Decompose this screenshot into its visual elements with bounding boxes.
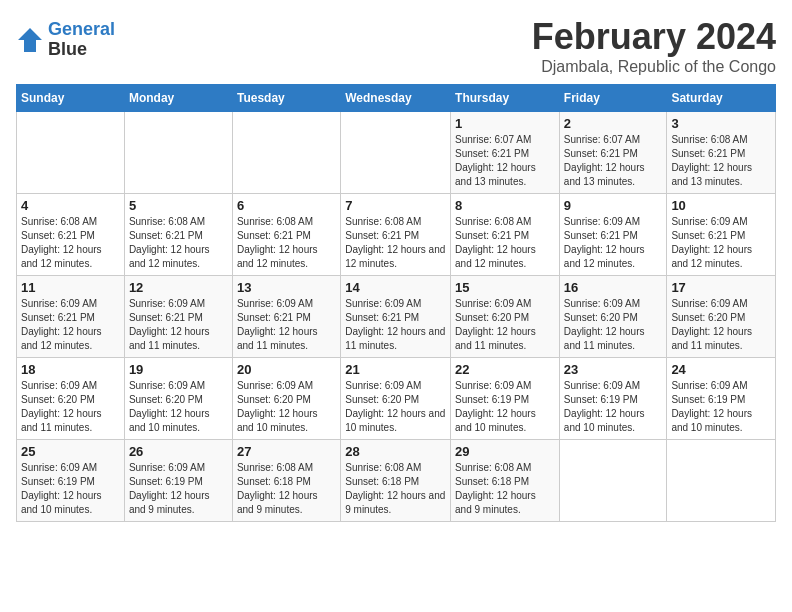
page-header: GeneralBlue February 2024 Djambala, Repu… bbox=[16, 16, 776, 76]
day-number: 27 bbox=[237, 444, 336, 459]
calendar-cell bbox=[17, 112, 125, 194]
day-info: Sunrise: 6:09 AM Sunset: 6:21 PM Dayligh… bbox=[671, 215, 771, 271]
day-number: 13 bbox=[237, 280, 336, 295]
logo: GeneralBlue bbox=[16, 20, 115, 60]
day-info: Sunrise: 6:08 AM Sunset: 6:21 PM Dayligh… bbox=[345, 215, 446, 271]
day-info: Sunrise: 6:09 AM Sunset: 6:19 PM Dayligh… bbox=[455, 379, 555, 435]
calendar-cell: 29Sunrise: 6:08 AM Sunset: 6:18 PM Dayli… bbox=[451, 440, 560, 522]
calendar-table: SundayMondayTuesdayWednesdayThursdayFrid… bbox=[16, 84, 776, 522]
day-number: 12 bbox=[129, 280, 228, 295]
day-number: 16 bbox=[564, 280, 663, 295]
day-number: 9 bbox=[564, 198, 663, 213]
calendar-cell: 16Sunrise: 6:09 AM Sunset: 6:20 PM Dayli… bbox=[559, 276, 667, 358]
day-info: Sunrise: 6:09 AM Sunset: 6:20 PM Dayligh… bbox=[21, 379, 120, 435]
day-number: 17 bbox=[671, 280, 771, 295]
day-info: Sunrise: 6:08 AM Sunset: 6:21 PM Dayligh… bbox=[455, 215, 555, 271]
day-info: Sunrise: 6:09 AM Sunset: 6:20 PM Dayligh… bbox=[237, 379, 336, 435]
day-number: 14 bbox=[345, 280, 446, 295]
weekday-header-tuesday: Tuesday bbox=[232, 85, 340, 112]
calendar-cell: 27Sunrise: 6:08 AM Sunset: 6:18 PM Dayli… bbox=[232, 440, 340, 522]
main-title: February 2024 bbox=[532, 16, 776, 58]
day-number: 8 bbox=[455, 198, 555, 213]
day-info: Sunrise: 6:09 AM Sunset: 6:19 PM Dayligh… bbox=[21, 461, 120, 517]
day-info: Sunrise: 6:08 AM Sunset: 6:21 PM Dayligh… bbox=[671, 133, 771, 189]
weekday-header-wednesday: Wednesday bbox=[341, 85, 451, 112]
day-number: 25 bbox=[21, 444, 120, 459]
day-info: Sunrise: 6:07 AM Sunset: 6:21 PM Dayligh… bbox=[455, 133, 555, 189]
day-info: Sunrise: 6:08 AM Sunset: 6:18 PM Dayligh… bbox=[237, 461, 336, 517]
calendar-cell: 15Sunrise: 6:09 AM Sunset: 6:20 PM Dayli… bbox=[451, 276, 560, 358]
day-info: Sunrise: 6:09 AM Sunset: 6:20 PM Dayligh… bbox=[345, 379, 446, 435]
day-number: 10 bbox=[671, 198, 771, 213]
calendar-cell bbox=[559, 440, 667, 522]
svg-marker-0 bbox=[18, 28, 42, 52]
day-info: Sunrise: 6:08 AM Sunset: 6:18 PM Dayligh… bbox=[345, 461, 446, 517]
calendar-cell: 19Sunrise: 6:09 AM Sunset: 6:20 PM Dayli… bbox=[124, 358, 232, 440]
day-info: Sunrise: 6:09 AM Sunset: 6:21 PM Dayligh… bbox=[21, 297, 120, 353]
calendar-cell: 4Sunrise: 6:08 AM Sunset: 6:21 PM Daylig… bbox=[17, 194, 125, 276]
calendar-cell: 17Sunrise: 6:09 AM Sunset: 6:20 PM Dayli… bbox=[667, 276, 776, 358]
day-number: 20 bbox=[237, 362, 336, 377]
day-number: 18 bbox=[21, 362, 120, 377]
calendar-cell: 22Sunrise: 6:09 AM Sunset: 6:19 PM Dayli… bbox=[451, 358, 560, 440]
day-number: 4 bbox=[21, 198, 120, 213]
calendar-cell bbox=[667, 440, 776, 522]
day-number: 28 bbox=[345, 444, 446, 459]
day-number: 23 bbox=[564, 362, 663, 377]
weekday-header-sunday: Sunday bbox=[17, 85, 125, 112]
day-number: 19 bbox=[129, 362, 228, 377]
calendar-cell: 8Sunrise: 6:08 AM Sunset: 6:21 PM Daylig… bbox=[451, 194, 560, 276]
day-info: Sunrise: 6:09 AM Sunset: 6:19 PM Dayligh… bbox=[129, 461, 228, 517]
weekday-header-thursday: Thursday bbox=[451, 85, 560, 112]
logo-icon bbox=[16, 26, 44, 54]
day-number: 5 bbox=[129, 198, 228, 213]
day-number: 22 bbox=[455, 362, 555, 377]
calendar-cell: 11Sunrise: 6:09 AM Sunset: 6:21 PM Dayli… bbox=[17, 276, 125, 358]
weekday-header-friday: Friday bbox=[559, 85, 667, 112]
calendar-cell: 12Sunrise: 6:09 AM Sunset: 6:21 PM Dayli… bbox=[124, 276, 232, 358]
day-info: Sunrise: 6:09 AM Sunset: 6:20 PM Dayligh… bbox=[129, 379, 228, 435]
calendar-cell bbox=[232, 112, 340, 194]
calendar-cell: 18Sunrise: 6:09 AM Sunset: 6:20 PM Dayli… bbox=[17, 358, 125, 440]
day-info: Sunrise: 6:09 AM Sunset: 6:19 PM Dayligh… bbox=[564, 379, 663, 435]
day-info: Sunrise: 6:08 AM Sunset: 6:18 PM Dayligh… bbox=[455, 461, 555, 517]
day-info: Sunrise: 6:09 AM Sunset: 6:21 PM Dayligh… bbox=[345, 297, 446, 353]
calendar-cell: 2Sunrise: 6:07 AM Sunset: 6:21 PM Daylig… bbox=[559, 112, 667, 194]
calendar-cell: 3Sunrise: 6:08 AM Sunset: 6:21 PM Daylig… bbox=[667, 112, 776, 194]
calendar-cell: 10Sunrise: 6:09 AM Sunset: 6:21 PM Dayli… bbox=[667, 194, 776, 276]
day-info: Sunrise: 6:07 AM Sunset: 6:21 PM Dayligh… bbox=[564, 133, 663, 189]
calendar-cell: 23Sunrise: 6:09 AM Sunset: 6:19 PM Dayli… bbox=[559, 358, 667, 440]
calendar-cell: 14Sunrise: 6:09 AM Sunset: 6:21 PM Dayli… bbox=[341, 276, 451, 358]
calendar-cell: 9Sunrise: 6:09 AM Sunset: 6:21 PM Daylig… bbox=[559, 194, 667, 276]
calendar-cell: 6Sunrise: 6:08 AM Sunset: 6:21 PM Daylig… bbox=[232, 194, 340, 276]
calendar-cell: 20Sunrise: 6:09 AM Sunset: 6:20 PM Dayli… bbox=[232, 358, 340, 440]
day-number: 15 bbox=[455, 280, 555, 295]
weekday-header-monday: Monday bbox=[124, 85, 232, 112]
calendar-cell: 28Sunrise: 6:08 AM Sunset: 6:18 PM Dayli… bbox=[341, 440, 451, 522]
day-number: 7 bbox=[345, 198, 446, 213]
logo-text: GeneralBlue bbox=[48, 20, 115, 60]
day-info: Sunrise: 6:09 AM Sunset: 6:20 PM Dayligh… bbox=[455, 297, 555, 353]
calendar-cell bbox=[341, 112, 451, 194]
day-number: 21 bbox=[345, 362, 446, 377]
day-number: 3 bbox=[671, 116, 771, 131]
calendar-cell: 7Sunrise: 6:08 AM Sunset: 6:21 PM Daylig… bbox=[341, 194, 451, 276]
day-number: 1 bbox=[455, 116, 555, 131]
day-info: Sunrise: 6:09 AM Sunset: 6:21 PM Dayligh… bbox=[129, 297, 228, 353]
day-number: 2 bbox=[564, 116, 663, 131]
day-info: Sunrise: 6:08 AM Sunset: 6:21 PM Dayligh… bbox=[129, 215, 228, 271]
calendar-cell: 5Sunrise: 6:08 AM Sunset: 6:21 PM Daylig… bbox=[124, 194, 232, 276]
day-number: 11 bbox=[21, 280, 120, 295]
calendar-cell: 24Sunrise: 6:09 AM Sunset: 6:19 PM Dayli… bbox=[667, 358, 776, 440]
day-info: Sunrise: 6:08 AM Sunset: 6:21 PM Dayligh… bbox=[21, 215, 120, 271]
day-info: Sunrise: 6:09 AM Sunset: 6:19 PM Dayligh… bbox=[671, 379, 771, 435]
calendar-cell: 26Sunrise: 6:09 AM Sunset: 6:19 PM Dayli… bbox=[124, 440, 232, 522]
calendar-cell: 1Sunrise: 6:07 AM Sunset: 6:21 PM Daylig… bbox=[451, 112, 560, 194]
day-number: 24 bbox=[671, 362, 771, 377]
day-info: Sunrise: 6:09 AM Sunset: 6:21 PM Dayligh… bbox=[237, 297, 336, 353]
day-number: 26 bbox=[129, 444, 228, 459]
calendar-cell bbox=[124, 112, 232, 194]
day-info: Sunrise: 6:08 AM Sunset: 6:21 PM Dayligh… bbox=[237, 215, 336, 271]
calendar-cell: 13Sunrise: 6:09 AM Sunset: 6:21 PM Dayli… bbox=[232, 276, 340, 358]
day-info: Sunrise: 6:09 AM Sunset: 6:20 PM Dayligh… bbox=[671, 297, 771, 353]
